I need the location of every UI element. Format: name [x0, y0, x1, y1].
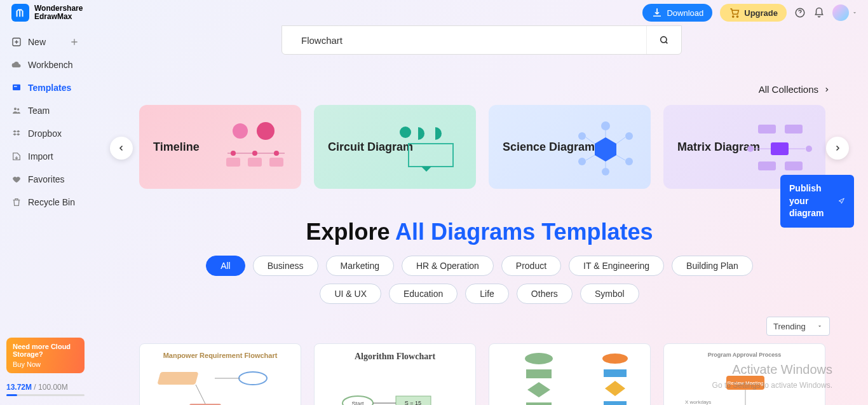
sidebar-item-label: Favorites [28, 174, 65, 184]
sort-select[interactable]: Trending [766, 317, 830, 336]
collection-card-science[interactable]: Science Diagram [489, 105, 651, 189]
filter-education[interactable]: Education [389, 284, 458, 304]
svg-point-21 [601, 121, 610, 130]
upgrade-button[interactable]: Upgrade [720, 4, 787, 22]
svg-point-17 [274, 151, 279, 156]
sidebar-item-new[interactable]: New [0, 31, 91, 53]
svg-rect-37 [785, 161, 803, 170]
chevron-down-icon [851, 10, 858, 16]
search-button[interactable] [646, 26, 681, 54]
svg-point-43 [239, 372, 267, 385]
sidebar-item-favorites[interactable]: Favorites [0, 168, 91, 191]
svg-marker-20 [595, 137, 616, 161]
search-bar[interactable] [281, 25, 682, 55]
logo-icon: ⫙ [11, 4, 29, 22]
svg-text:Start: Start [351, 401, 364, 405]
template-card[interactable]: Algorithm Flowchart Start S = 15 [314, 343, 476, 405]
storage-sep: / [32, 383, 38, 392]
svg-rect-14 [269, 158, 283, 167]
filter-it[interactable]: IT & Engineering [569, 256, 664, 276]
circuit-graphic [396, 118, 466, 175]
collection-card-circuit[interactable]: Circuit Diagram [314, 105, 476, 189]
explore-heading: Explore All Diagrams Templates [91, 219, 868, 245]
flowchart-thumbnail: Review Meeting X workdays [669, 358, 820, 405]
plus-box-icon [11, 37, 22, 47]
template-title: Manpower Requirement Flowchart [145, 352, 295, 359]
svg-rect-36 [758, 161, 776, 170]
download-button[interactable]: Download [642, 4, 712, 22]
sidebar-item-templates[interactable]: Templates [0, 76, 91, 99]
filter-business[interactable]: Business [253, 256, 318, 276]
sidebar-item-recycle[interactable]: Recycle Bin [0, 191, 91, 214]
publish-fab[interactable]: Publish your diagram [780, 175, 854, 228]
heart-icon [11, 174, 22, 184]
svg-rect-55 [526, 402, 552, 405]
filter-building[interactable]: Building Plan [672, 256, 753, 276]
explore-highlight: All Diagrams Templates [395, 219, 653, 245]
carousel-next[interactable] [826, 137, 849, 160]
svg-rect-5 [14, 86, 17, 86]
storage-promo[interactable]: Need more Cloud Storage? Buy Now [6, 338, 85, 373]
sidebar: New Workbench Templates Team Dropbox Imp… [0, 25, 91, 405]
search-input[interactable] [301, 35, 646, 46]
svg-rect-4 [13, 85, 20, 90]
search-icon [659, 35, 669, 45]
svg-point-15 [231, 151, 236, 156]
filter-others[interactable]: Others [517, 284, 573, 304]
explore-prefix: Explore [306, 219, 395, 245]
sidebar-item-import[interactable]: Import [0, 145, 91, 168]
template-card[interactable] [489, 343, 651, 405]
sidebar-item-workbench[interactable]: Workbench [0, 53, 91, 76]
avatar-menu[interactable] [832, 4, 858, 21]
sidebar-item-label: Recycle Bin [28, 197, 75, 207]
filter-all[interactable]: All [206, 256, 245, 276]
flowchart-thumbnail [145, 359, 295, 405]
svg-text:S = 15: S = 15 [405, 400, 421, 405]
svg-line-28 [616, 137, 625, 144]
chevron-down-icon [817, 323, 823, 329]
template-title: Program Approval Process [669, 352, 820, 358]
collections-carousel: Timeline Circuit Diagram [139, 105, 868, 189]
avatar [832, 4, 849, 21]
sidebar-item-label: Templates [28, 83, 71, 93]
svg-point-56 [602, 354, 628, 364]
svg-line-32 [586, 137, 595, 144]
filter-symbol[interactable]: Symbol [580, 284, 639, 304]
template-card[interactable]: Program Approval Process Review Meeting … [663, 343, 825, 405]
filter-marketing[interactable]: Marketing [326, 256, 394, 276]
collection-card-timeline[interactable]: Timeline [139, 105, 301, 189]
help-icon[interactable] [794, 7, 806, 18]
svg-point-7 [17, 108, 19, 110]
app-logo[interactable]: ⫙ Wondershare EdrawMax [11, 4, 83, 22]
sidebar-item-label: Import [28, 151, 53, 161]
all-collections-link[interactable]: All Collections [759, 84, 830, 95]
publish-label: Publish your diagram [789, 182, 833, 220]
filter-uiux[interactable]: UI & UX [320, 284, 381, 304]
filter-product[interactable]: Product [501, 256, 561, 276]
svg-text:X workdays: X workdays [685, 399, 711, 405]
bell-icon[interactable] [813, 7, 825, 18]
upgrade-label: Upgrade [744, 8, 778, 18]
storage-used: 13.72M [6, 383, 32, 392]
brand-line2: EdrawMax [34, 13, 83, 21]
send-icon [838, 194, 845, 208]
carousel-prev[interactable] [110, 137, 133, 160]
filter-life[interactable]: Life [465, 284, 509, 304]
sidebar-item-team[interactable]: Team [0, 99, 91, 122]
filter-hr[interactable]: HR & Operation [402, 256, 494, 276]
svg-rect-12 [226, 158, 240, 167]
sidebar-item-label: Team [28, 106, 50, 116]
template-card[interactable]: Manpower Requirement Flowchart [139, 343, 301, 405]
chevron-right-icon [834, 144, 841, 153]
storage-total: 100.00M [38, 383, 68, 392]
svg-rect-33 [758, 125, 776, 134]
sidebar-item-dropbox[interactable]: Dropbox [0, 122, 91, 145]
promo-text: Need more Cloud Storage? [13, 343, 71, 358]
plus-icon[interactable] [69, 37, 79, 47]
sidebar-item-label: Dropbox [28, 128, 62, 139]
matrix-graphic [745, 118, 815, 175]
svg-point-18 [400, 127, 411, 138]
chevron-right-icon [824, 85, 830, 94]
all-collections-label: All Collections [759, 84, 818, 95]
svg-point-23 [625, 158, 633, 165]
